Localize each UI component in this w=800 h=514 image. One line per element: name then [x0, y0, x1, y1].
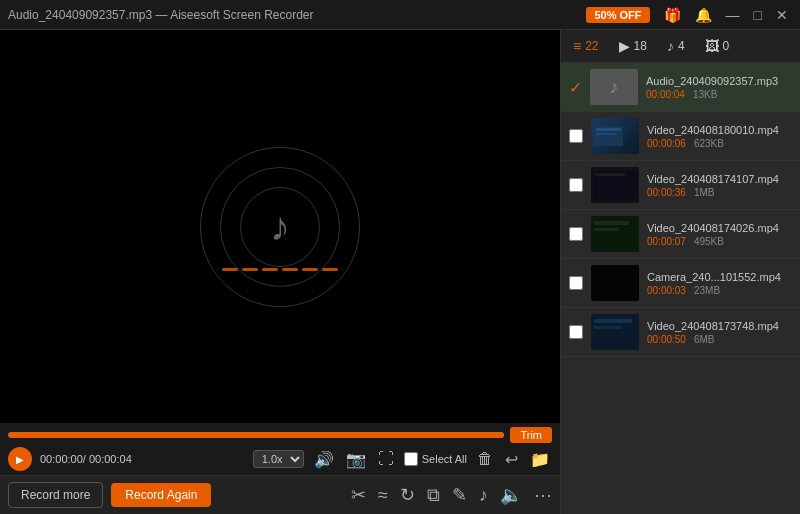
file-duration: 00:00:50 — [647, 334, 686, 345]
minimize-icon[interactable]: 🔔 — [691, 7, 716, 23]
select-all-checkbox[interactable] — [404, 452, 418, 466]
thumb-svg — [591, 265, 639, 301]
file-thumbnail — [591, 167, 639, 203]
maximize-button[interactable]: □ — [750, 7, 766, 23]
main-content: ♪ Trim — [0, 30, 800, 514]
record-more-button[interactable]: Record more — [8, 482, 103, 508]
cut-icon[interactable]: ✂ — [351, 484, 366, 506]
file-size: 495KB — [694, 236, 724, 247]
file-size: 6MB — [694, 334, 715, 345]
select-all-label: Select All — [422, 453, 467, 465]
file-name: Video_240408174026.mp4 — [647, 222, 792, 234]
svg-rect-1 — [596, 128, 621, 131]
file-checkbox[interactable] — [569, 129, 583, 143]
file-thumbnail: ♪ — [590, 69, 638, 105]
file-list: ✓ ♪ Audio_240409092357.mp3 00:00:04 13KB — [561, 63, 800, 514]
volume-icon[interactable]: 🔊 — [312, 448, 336, 471]
file-panel: ≡ 22 ▶ 18 ♪ 4 🖼 0 ✓ ♪ — [560, 30, 800, 514]
tab-all[interactable]: ≡ 22 — [569, 36, 603, 56]
select-all-container: Select All — [404, 452, 467, 466]
progress-fill — [8, 432, 504, 438]
player-panel: ♪ Trim — [0, 30, 560, 514]
file-name: Audio_240409092357.mp3 — [646, 75, 792, 87]
thumb-svg — [591, 167, 639, 203]
volume-up-icon[interactable]: 🔈 — [500, 484, 522, 506]
controls-bar: Trim ▶ 00:00:00/ 00:00:04 1.0x 1.5x 2.0x… — [0, 423, 560, 475]
delete-icon[interactable]: 🗑 — [475, 448, 495, 470]
file-info: Video_240408174107.mp4 00:00:36 1MB — [647, 173, 792, 198]
tab-video[interactable]: ▶ 18 — [615, 36, 651, 56]
record-again-button[interactable]: Record Again — [111, 483, 211, 507]
play-button[interactable]: ▶ — [8, 447, 32, 471]
tab-image[interactable]: 🖼 0 — [701, 36, 734, 56]
file-size: 13KB — [693, 89, 717, 100]
file-size: 623KB — [694, 138, 724, 149]
file-checkbox[interactable] — [569, 325, 583, 339]
dash-6 — [322, 268, 338, 271]
file-meta: 00:00:50 6MB — [647, 334, 792, 345]
music-visual: ♪ — [200, 147, 360, 307]
tab-video-count: 18 — [634, 39, 647, 53]
svg-rect-2 — [596, 133, 616, 135]
dash-2 — [242, 268, 258, 271]
file-duration: 00:00:03 — [647, 285, 686, 296]
progress-track[interactable] — [8, 432, 504, 438]
tabs-row: ≡ 22 ▶ 18 ♪ 4 🖼 0 — [561, 30, 800, 63]
progress-bar-row: Trim — [8, 427, 552, 443]
file-size: 23MB — [694, 285, 720, 296]
time-display: 00:00:00/ 00:00:04 — [40, 453, 132, 465]
gift-icon[interactable]: 🎁 — [660, 7, 685, 23]
thumb-svg — [591, 118, 639, 154]
list-item[interactable]: ✓ ♪ Audio_240409092357.mp3 00:00:04 13KB — [561, 63, 800, 112]
list-item[interactable]: Video_240408174107.mp4 00:00:36 1MB — [561, 161, 800, 210]
rotate-icon[interactable]: ↻ — [400, 484, 415, 506]
file-checkbox[interactable] — [569, 178, 583, 192]
file-meta: 00:00:03 23MB — [647, 285, 792, 296]
list-item[interactable]: Video_240408173748.mp4 00:00:50 6MB — [561, 308, 800, 357]
file-checkbox[interactable] — [569, 227, 583, 241]
minimize-button[interactable]: — — [722, 7, 744, 23]
export-icon[interactable]: ↩ — [503, 448, 520, 471]
file-meta: 00:00:06 623KB — [647, 138, 792, 149]
file-checkbox[interactable] — [569, 276, 583, 290]
file-duration: 00:00:36 — [647, 187, 686, 198]
titlebar: Audio_240409092357.mp3 — Aiseesoft Scree… — [0, 0, 800, 30]
copy-icon[interactable]: ⧉ — [427, 485, 440, 506]
tab-audio[interactable]: ♪ 4 — [663, 36, 689, 56]
promo-badge[interactable]: 50% OFF — [586, 7, 649, 23]
file-duration: 00:00:06 — [647, 138, 686, 149]
list-item[interactable]: Video_240408180010.mp4 00:00:06 623KB — [561, 112, 800, 161]
fullscreen-icon[interactable]: ⛶ — [376, 448, 396, 470]
file-info: Audio_240409092357.mp3 00:00:04 13KB — [646, 75, 792, 100]
dash-1 — [222, 268, 238, 271]
file-meta: 00:00:07 495KB — [647, 236, 792, 247]
edit-icon[interactable]: ✎ — [452, 484, 467, 506]
list-icon: ≡ — [573, 38, 581, 54]
audio-thumb-icon: ♪ — [610, 77, 619, 98]
adjust-icon[interactable]: ≈ — [378, 485, 388, 506]
camera-icon[interactable]: 📷 — [344, 448, 368, 471]
folder-icon[interactable]: 📁 — [528, 448, 552, 471]
speed-select[interactable]: 1.0x 1.5x 2.0x 0.5x — [253, 450, 304, 468]
thumb-svg — [591, 216, 639, 252]
file-info: Video_240408174026.mp4 00:00:07 495KB — [647, 222, 792, 247]
file-thumbnail — [591, 118, 639, 154]
bottom-tools: ✂ ≈ ↻ ⧉ ✎ ♪ 🔈 ⋯ — [351, 484, 552, 506]
file-name: Video_240408174107.mp4 — [647, 173, 792, 185]
trim-button[interactable]: Trim — [510, 427, 552, 443]
svg-rect-7 — [594, 221, 629, 225]
file-info: Video_240408173748.mp4 00:00:50 6MB — [647, 320, 792, 345]
file-info: Camera_240...101552.mp4 00:00:03 23MB — [647, 271, 792, 296]
more-icon[interactable]: ⋯ — [534, 484, 552, 506]
audio-icon[interactable]: ♪ — [479, 485, 488, 506]
tab-image-count: 0 — [723, 39, 730, 53]
file-thumbnail — [591, 216, 639, 252]
tab-all-count: 22 — [585, 39, 598, 53]
svg-rect-9 — [591, 265, 639, 301]
tab-audio-count: 4 — [678, 39, 685, 53]
dash-4 — [282, 268, 298, 271]
list-item[interactable]: Video_240408174026.mp4 00:00:07 495KB — [561, 210, 800, 259]
file-meta: 00:00:36 1MB — [647, 187, 792, 198]
list-item[interactable]: Camera_240...101552.mp4 00:00:03 23MB — [561, 259, 800, 308]
close-button[interactable]: ✕ — [772, 7, 792, 23]
